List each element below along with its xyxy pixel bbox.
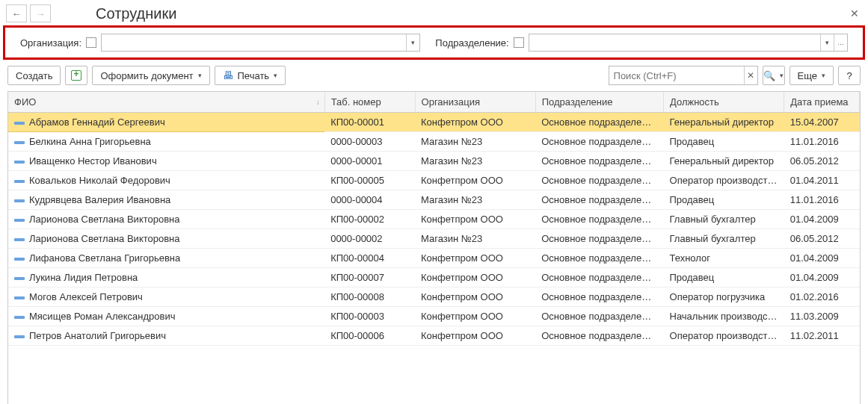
cell-dept: Основное подразделе… — [535, 171, 663, 190]
cell-org: Конфетпром ООО — [415, 288, 535, 307]
toolbar: Создать Оформить документ ▾ 🖶 Печать ▾ ✕… — [0, 63, 868, 91]
ellipsis-icon: … — [837, 39, 844, 46]
chevron-down-icon: ▾ — [411, 39, 415, 46]
col-header-dept[interactable]: Подразделение — [535, 92, 663, 113]
search-icon: 🔍 — [763, 70, 775, 81]
dept-filter-input[interactable] — [529, 34, 820, 51]
cell-pos: Продавец — [664, 268, 784, 288]
printer-icon: 🖶 — [223, 69, 233, 81]
table-row[interactable]: Мясищев Роман АлександровичКП00-00003Кон… — [8, 307, 860, 326]
cell-dept: Основное подразделе… — [535, 210, 663, 229]
cell-org: Конфетпром ООО — [415, 113, 535, 132]
close-button[interactable]: ✕ — [847, 6, 862, 21]
create-document-label: Оформить документ — [100, 70, 193, 81]
nav-back-button[interactable]: ← — [6, 4, 27, 22]
cell-date: 11.02.2011 — [784, 326, 860, 346]
sort-indicator-icon: ↓ — [316, 98, 320, 106]
cell-pos: Технолог — [664, 249, 784, 268]
cell-dept: Основное подразделе… — [535, 307, 663, 326]
cell-date: 01.04.2009 — [784, 268, 860, 288]
org-filter-dropdown-button[interactable]: ▾ — [406, 34, 419, 51]
cell-fio: Лифанова Светлана Григорьевна — [29, 252, 180, 264]
search-box[interactable]: ✕ — [609, 66, 758, 85]
dept-filter-more-button[interactable]: … — [834, 34, 847, 51]
nav-forward-button[interactable]: → — [30, 4, 51, 22]
table-row[interactable]: Ларионова Светлана Викторовна0000-00002М… — [8, 229, 860, 249]
chevron-down-icon: ▾ — [822, 72, 825, 79]
cell-fio: Ковальков Николай Федорович — [29, 175, 170, 186]
cell-tab: КП00-00008 — [324, 288, 415, 307]
dept-filter-dropdown-button[interactable]: ▾ — [820, 34, 834, 51]
table-row[interactable]: Могов Алексей ПетровичКП00-00008Конфетпр… — [8, 288, 860, 307]
create-button-label: Создать — [16, 70, 52, 81]
cell-fio: Петров Анатолий Григорьевич — [29, 330, 166, 341]
cell-dept: Основное подразделе… — [535, 229, 663, 249]
cell-fio: Ларионова Светлана Викторовна — [29, 214, 180, 225]
col-header-tab[interactable]: Таб. номер — [324, 92, 415, 113]
cell-org: Конфетпром ООО — [415, 268, 535, 288]
employees-table: ФИО ↓ Таб. номер Организация Подразделен… — [8, 92, 860, 346]
more-button[interactable]: Еще ▾ — [789, 66, 834, 85]
close-icon: ✕ — [850, 7, 859, 19]
cell-org: Конфетпром ООО — [415, 307, 535, 326]
filter-bar: Организация: ▾ Подразделение: ▾ … — [3, 25, 865, 60]
employees-table-container: ФИО ↓ Таб. номер Организация Подразделен… — [7, 91, 861, 404]
cell-fio: Иващенко Нестор Иванович — [29, 155, 157, 167]
search-clear-button[interactable]: ✕ — [744, 66, 757, 84]
header: ← → Сотрудники ✕ — [0, 0, 868, 25]
cell-fio: Ларионова Светлана Викторовна — [29, 233, 180, 244]
create-document-button[interactable]: Оформить документ ▾ — [92, 66, 209, 85]
create-button[interactable]: Создать — [7, 66, 61, 85]
cell-date: 01.04.2009 — [784, 249, 860, 268]
table-row[interactable]: Кудрявцева Валерия Ивановна0000-00004Маг… — [8, 190, 860, 210]
search-options-button[interactable]: 🔍 ▾ — [763, 66, 785, 85]
cell-tab: КП00-00004 — [324, 249, 415, 268]
col-header-fio[interactable]: ФИО ↓ — [8, 92, 324, 113]
plus-document-icon — [71, 70, 81, 81]
employee-icon — [14, 217, 25, 224]
table-row[interactable]: Ковальков Николай ФедоровичКП00-00005Кон… — [8, 171, 860, 190]
dept-filter-checkbox[interactable] — [514, 37, 524, 48]
cell-date: 11.03.2009 — [784, 307, 860, 326]
org-filter-checkbox[interactable] — [86, 37, 96, 48]
cell-org: Магазин №23 — [415, 132, 535, 152]
table-row[interactable]: Иващенко Нестор Иванович0000-00001Магази… — [8, 152, 860, 171]
employee-icon — [14, 275, 25, 282]
cell-org: Конфетпром ООО — [415, 210, 535, 229]
cell-tab: КП00-00005 — [324, 171, 415, 190]
close-icon: ✕ — [747, 70, 754, 81]
cell-tab: КП00-00006 — [324, 326, 415, 346]
table-row[interactable]: Белкина Анна Григорьевна0000-00003Магази… — [8, 132, 860, 152]
dept-filter-combo[interactable]: ▾ … — [529, 34, 848, 52]
cell-fio: Белкина Анна Григорьевна — [29, 136, 151, 147]
org-filter-input[interactable] — [102, 34, 406, 51]
cell-tab: КП00-00007 — [324, 268, 415, 288]
cell-pos: Оператор погрузчика — [664, 288, 784, 307]
cell-fio: Мясищев Роман Александрович — [29, 311, 175, 322]
table-row[interactable]: Петров Анатолий ГригорьевичКП00-00006Кон… — [8, 326, 860, 346]
col-header-pos[interactable]: Должность — [664, 92, 784, 113]
cell-dept: Основное подразделе… — [535, 268, 663, 288]
col-header-date[interactable]: Дата приема — [784, 92, 860, 113]
employee-icon — [14, 178, 25, 185]
employee-icon — [14, 139, 25, 146]
cell-pos: Генеральный директор — [664, 113, 784, 132]
search-input[interactable] — [609, 66, 744, 84]
table-row[interactable]: Абрамов Геннадий СергеевичКП00-00001Конф… — [8, 113, 860, 132]
print-button[interactable]: 🖶 Печать ▾ — [215, 66, 286, 85]
help-button[interactable]: ? — [838, 66, 861, 85]
table-row[interactable]: Лукина Лидия ПетровнаКП00-00007Конфетпро… — [8, 268, 860, 288]
cell-pos: Главный бухгалтер — [664, 210, 784, 229]
create-copy-button[interactable] — [65, 66, 87, 85]
dept-filter-label: Подразделение: — [435, 37, 508, 49]
col-header-org[interactable]: Организация — [415, 92, 535, 113]
cell-pos: Продавец — [664, 132, 784, 152]
org-filter-combo[interactable]: ▾ — [101, 34, 420, 52]
employee-icon — [14, 158, 25, 166]
cell-dept: Основное подразделе… — [535, 113, 663, 132]
cell-date: 11.01.2016 — [784, 190, 860, 210]
cell-pos: Оператор производст… — [664, 326, 784, 346]
cell-dept: Основное подразделе… — [535, 190, 663, 210]
table-row[interactable]: Ларионова Светлана ВикторовнаКП00-00002К… — [8, 210, 860, 229]
table-row[interactable]: Лифанова Светлана ГригорьевнаКП00-00004К… — [8, 249, 860, 268]
